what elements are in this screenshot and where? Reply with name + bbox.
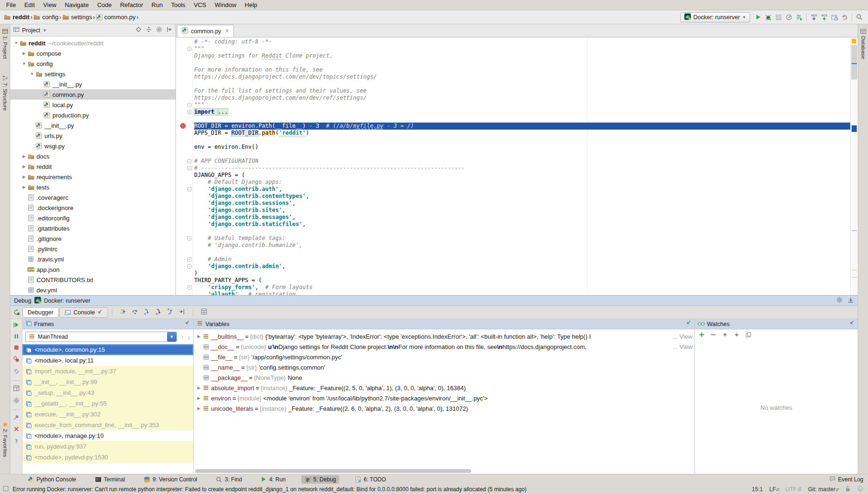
tree-item-config[interactable]: ▼config: [10, 58, 175, 69]
thread-selector[interactable]: MainThread ▼: [25, 332, 177, 342]
menu-refactor[interactable]: Refactor: [116, 0, 147, 10]
tree-item-settings[interactable]: ▼settings: [10, 69, 175, 79]
variable-row[interactable]: ▶__builtins__={dict}{'bytearray': <type …: [194, 331, 694, 341]
fold-collapse-icon[interactable]: −: [187, 103, 191, 107]
mute-breakpoints-icon[interactable]: [13, 368, 20, 376]
horizontal-scrollbar[interactable]: [195, 469, 471, 473]
fold-collapse-icon[interactable]: −: [187, 166, 191, 170]
expand-icon[interactable]: ▶: [196, 334, 202, 339]
tree-item--coveragerc[interactable]: .coveragerc: [10, 192, 175, 203]
chevron-down-icon[interactable]: ▼: [21, 61, 27, 66]
menu-file[interactable]: File: [2, 0, 20, 10]
error-stripe-mark[interactable]: [852, 57, 857, 58]
tree-item-reddit[interactable]: ▶reddit: [10, 161, 175, 172]
frame-row[interactable]: simport_module, __init__.py:37: [22, 366, 193, 377]
search-everywhere-icon[interactable]: [854, 12, 864, 22]
lock-icon[interactable]: [845, 486, 851, 493]
caret-position-widget[interactable]: 15:1: [752, 486, 763, 493]
hide-panel-icon[interactable]: [166, 26, 173, 34]
menu-code[interactable]: Code: [93, 0, 116, 10]
rerun-button[interactable]: [10, 309, 22, 316]
tree-item-docs[interactable]: ▶docs: [10, 151, 175, 161]
status-message[interactable]: Error running Docker: runserver: Can't r…: [13, 486, 526, 493]
error-stripe-mark[interactable]: [852, 277, 857, 278]
chevron-right-icon[interactable]: ▶: [21, 185, 27, 189]
tree-item--gitattributes[interactable]: .gitattributes: [10, 223, 175, 233]
toolwindow-tab-4-run[interactable]: 4: Run: [257, 475, 289, 484]
tab-debugger[interactable]: Debugger: [22, 307, 58, 318]
editor-tab-common-py[interactable]: common.py ✕: [177, 25, 234, 37]
menu-vcs[interactable]: VCS: [190, 0, 211, 10]
error-stripe-mark[interactable]: [852, 125, 857, 132]
tree-item--init-py[interactable]: __init__.py: [10, 79, 175, 89]
notification-icon[interactable]: [3, 486, 9, 493]
breadcrumb-item-reddit[interactable]: reddit: [4, 14, 29, 21]
locate-icon[interactable]: [135, 26, 142, 34]
view-breakpoints-icon[interactable]: [13, 356, 20, 364]
revert-icon[interactable]: [839, 12, 850, 22]
expand-icon[interactable]: ▶: [196, 406, 202, 411]
git-branch-widget[interactable]: Git: master⇵: [808, 486, 839, 493]
toolwindow-tab-python-console[interactable]: Python Console: [24, 475, 80, 484]
move-up-icon[interactable]: [722, 332, 728, 339]
close-icon[interactable]: ✕: [225, 28, 229, 34]
view-link[interactable]: ... View: [671, 343, 694, 350]
view-link[interactable]: ... View: [671, 333, 694, 340]
multirun-icon[interactable]: [794, 12, 804, 22]
hide-panel-down-icon[interactable]: [847, 297, 854, 305]
fold-expand-icon[interactable]: +: [187, 110, 191, 114]
help-icon[interactable]: ?: [14, 437, 19, 445]
tool-strip-tab-7-structure[interactable]: 7: Structure: [0, 75, 10, 110]
settings-gear-icon[interactable]: [13, 397, 20, 405]
next-frame-icon[interactable]: ↓: [188, 334, 191, 341]
variable-row[interactable]: ▶environ={module}<module 'environ' from …: [194, 393, 694, 403]
error-stripe-mark[interactable]: [852, 63, 857, 64]
tree-item-reddit[interactable]: ▼reddit~/cookiecutter/reddit: [10, 38, 175, 48]
tree-item-app-json[interactable]: JSONapp.json: [10, 264, 175, 275]
frame-row[interactable]: s__getattr__, __init__.py:55: [22, 398, 193, 409]
editor-scrollbar[interactable]: [850, 37, 858, 295]
code-area[interactable]: # -*- coding: utf-8 -*-"""Django setting…: [193, 37, 858, 295]
tree-item-local-py[interactable]: local.py: [10, 100, 175, 110]
menu-run[interactable]: Run: [147, 0, 167, 10]
changes-icon[interactable]: [829, 12, 839, 22]
frame-row[interactable]: s<module>, pydevd.py:1530: [22, 452, 193, 463]
run-configuration-select[interactable]: dj Docker: runserver ▼: [680, 12, 750, 22]
chevron-right-icon[interactable]: ▶: [21, 174, 27, 179]
menu-help[interactable]: Help: [241, 0, 262, 10]
chevron-right-icon[interactable]: ▶: [21, 154, 27, 159]
chevron-down-icon[interactable]: ▼: [167, 332, 176, 341]
chevron-down-icon[interactable]: ▼: [13, 41, 19, 45]
fold-collapse-icon[interactable]: −: [187, 285, 191, 290]
float-window-icon[interactable]: [185, 320, 190, 327]
tree-item-tests[interactable]: ▶tests: [10, 182, 175, 192]
evaluate-expression-icon[interactable]: [201, 308, 207, 316]
variable-row[interactable]: 88__name__={str}'config.settings.common': [194, 362, 694, 372]
frame-row[interactable]: s<module>, local.py:11: [22, 355, 193, 366]
fold-collapse-icon[interactable]: −: [187, 47, 191, 51]
close-icon[interactable]: [14, 426, 19, 433]
breadcrumb-item-settings[interactable]: settings: [62, 14, 92, 21]
tree-item--init-py[interactable]: __init__.py: [10, 120, 175, 131]
variable-row[interactable]: ▶absolute_import={instance}_Feature: _Fe…: [194, 383, 694, 393]
tool-strip-tab-1-project[interactable]: 1: Project: [0, 28, 10, 59]
step-out-icon[interactable]: [167, 308, 174, 316]
menu-window[interactable]: Window: [211, 0, 241, 10]
vcs-commit-icon[interactable]: VCS: [819, 12, 829, 22]
tree-item--pylintrc[interactable]: .pylintrc: [10, 244, 175, 254]
fold-collapse-icon[interactable]: −: [187, 236, 191, 240]
error-stripe-mark[interactable]: [852, 269, 857, 270]
chevron-right-icon[interactable]: ▶: [21, 51, 27, 56]
tree-item-dev-yml[interactable]: dev.yml: [10, 285, 175, 295]
menu-view[interactable]: View: [39, 0, 60, 10]
restore-layout-icon[interactable]: [13, 385, 20, 393]
pause-icon[interactable]: [14, 334, 19, 341]
toolwindow-tab-9-version-control[interactable]: 9: Version Control: [140, 475, 200, 484]
variable-row[interactable]: 88__file__={str}'/app/config/settings/co…: [194, 352, 694, 362]
frame-row[interactable]: s_setup, __init__.py:43: [22, 387, 193, 398]
fold-collapse-icon[interactable]: −: [187, 257, 191, 262]
step-over-icon[interactable]: [131, 308, 139, 316]
gear-icon[interactable]: [836, 297, 843, 305]
menu-navigate[interactable]: Navigate: [60, 0, 93, 10]
chevron-down-icon[interactable]: ▼: [29, 72, 35, 76]
